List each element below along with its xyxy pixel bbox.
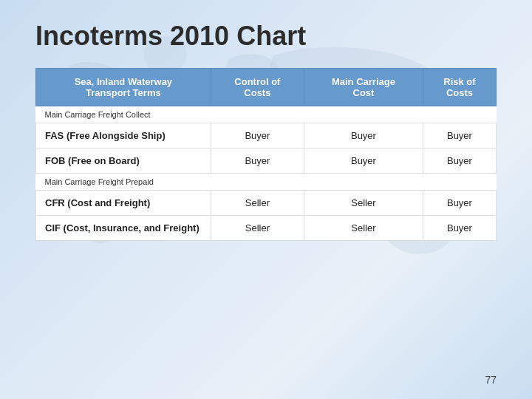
table-header-row: Sea, Inland WaterwayTransport Terms Cont… (36, 69, 497, 106)
term-cell: CIF (Cost, Insurance, and Freight) (36, 216, 211, 241)
table-row: CFR (Cost and Freight)SellerSellerBuyer (36, 191, 497, 216)
col-header-risk-costs: Risk ofCosts (423, 69, 496, 106)
main-carriage-cell: Buyer (304, 123, 423, 149)
control-costs-cell: Buyer (211, 123, 304, 149)
table-row: CIF (Cost, Insurance, and Freight)Seller… (36, 216, 497, 241)
section-header-row: Main Carriage Freight Prepaid (36, 174, 497, 191)
risk-costs-cell: Buyer (423, 149, 496, 174)
page-title: Incoterms 2010 Chart (35, 21, 497, 52)
table-row: FOB (Free on Board)BuyerBuyerBuyer (36, 149, 497, 174)
incoterms-table: Sea, Inland WaterwayTransport Terms Cont… (35, 68, 497, 241)
col-header-terms: Sea, Inland WaterwayTransport Terms (36, 69, 211, 106)
risk-costs-cell: Buyer (423, 216, 496, 241)
term-cell: FAS (Free Alongside Ship) (36, 123, 211, 149)
control-costs-cell: Seller (211, 216, 304, 241)
term-cell: CFR (Cost and Freight) (36, 191, 211, 216)
main-carriage-cell: Seller (304, 191, 423, 216)
control-costs-cell: Seller (211, 191, 304, 216)
table-row: FAS (Free Alongside Ship)BuyerBuyerBuyer (36, 123, 497, 149)
term-cell: FOB (Free on Board) (36, 149, 211, 174)
page-number: 77 (485, 374, 497, 386)
main-carriage-cell: Buyer (304, 149, 423, 174)
col-header-main-carriage: Main CarriageCost (304, 69, 423, 106)
control-costs-cell: Buyer (211, 149, 304, 174)
section-header-row: Main Carriage Freight Collect (36, 106, 497, 123)
risk-costs-cell: Buyer (423, 123, 496, 149)
col-header-control-costs: Control ofCosts (211, 69, 304, 106)
risk-costs-cell: Buyer (423, 191, 496, 216)
main-carriage-cell: Seller (304, 216, 423, 241)
